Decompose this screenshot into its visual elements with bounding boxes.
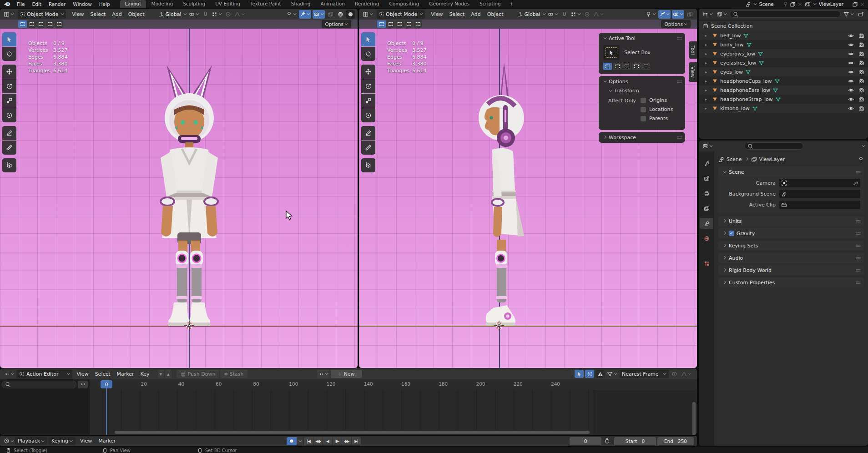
hide-viewport-eye-icon[interactable] <box>848 51 854 57</box>
parents-checkbox[interactable] <box>641 116 646 121</box>
timeline-ruler[interactable]: 20406080100120140160180200220240 <box>90 379 697 390</box>
new-view-layer-icon[interactable] <box>852 1 858 7</box>
pivot-point-dropdown[interactable] <box>188 10 200 19</box>
select-mode-intersect[interactable] <box>414 20 422 28</box>
hide-viewport-eye-icon[interactable] <box>848 87 854 93</box>
workspace-tab-compositing[interactable]: Compositing <box>384 0 424 8</box>
select-mode-extend[interactable] <box>386 20 395 28</box>
object-name[interactable]: eyebrows_low <box>720 51 755 57</box>
origins-checkbox[interactable] <box>641 98 646 103</box>
disable-render-camera-icon[interactable] <box>858 87 864 93</box>
expand-arrow-icon[interactable]: ▸ <box>705 79 710 83</box>
select-mode-extend[interactable] <box>27 20 36 28</box>
select-box-tool-button[interactable] <box>603 45 620 60</box>
new-action-button[interactable]: +New <box>331 370 362 378</box>
delete-scene-icon[interactable] <box>797 1 803 7</box>
rotate-tool-button[interactable] <box>2 79 16 93</box>
panel-grip[interactable]: :::: <box>856 256 860 260</box>
hide-viewport-eye-icon[interactable] <box>848 42 854 48</box>
snap-toggle[interactable] <box>201 10 210 19</box>
menu-view[interactable]: View <box>69 11 87 17</box>
disable-render-camera-icon[interactable] <box>858 96 864 102</box>
transform-orientation-dropdown[interactable]: Global <box>158 11 187 17</box>
horizontal-scrollbar[interactable] <box>115 431 590 434</box>
push-down-button[interactable]: Push Down <box>177 370 219 378</box>
hide-viewport-eye-icon[interactable] <box>848 60 854 66</box>
end-frame-field[interactable]: End250 <box>657 437 694 445</box>
cursor-tool-button[interactable] <box>2 47 16 61</box>
current-frame-badge[interactable]: 0 <box>101 380 112 388</box>
menu-view[interactable]: View <box>428 11 446 17</box>
panel-header[interactable]: Units:::: <box>718 216 864 226</box>
stash-button[interactable]: ❄Stash <box>220 370 247 378</box>
topbar-menu-render[interactable]: Render <box>45 1 69 7</box>
panel-grip[interactable]: :::: <box>856 170 860 174</box>
editor-type-button[interactable] <box>701 142 714 151</box>
properties-tab-view-layer[interactable] <box>700 203 713 214</box>
hide-viewport-eye-icon[interactable] <box>848 69 854 75</box>
viewport-canvas-side[interactable]: Objects0 / 9Vertices3,527Edges6,884Faces… <box>359 29 697 368</box>
annotate-tool-button[interactable] <box>2 126 16 140</box>
properties-tab-output[interactable] <box>700 188 713 199</box>
hide-viewport-eye-icon[interactable] <box>848 78 854 84</box>
viewport-options-button[interactable]: Options <box>322 20 351 28</box>
object-name[interactable]: headphoneCups_low <box>720 78 772 84</box>
panel-grip[interactable]: :::: <box>856 219 860 223</box>
panel-header[interactable]: ✓Gravity:::: <box>718 228 864 238</box>
delete-view-layer-icon[interactable] <box>859 1 865 7</box>
object-name[interactable]: eyelashes_low <box>720 60 756 66</box>
character-model-front[interactable] <box>144 60 235 328</box>
rotate-tool-button[interactable] <box>361 79 375 93</box>
gravity-checkbox[interactable]: ✓ <box>729 231 734 236</box>
mode-selector[interactable]: Object Mode <box>377 10 425 19</box>
options-panel-header[interactable]: Options:::: <box>599 76 685 87</box>
select-mode-subtract[interactable] <box>395 20 404 28</box>
scene-name[interactable]: Scene <box>758 1 781 7</box>
select-mode-invert[interactable] <box>632 63 641 70</box>
expand-arrow-icon[interactable]: ▸ <box>705 43 710 47</box>
camera-field[interactable] <box>779 179 860 187</box>
select-mode-extend[interactable] <box>613 63 621 70</box>
topbar-menu-help[interactable]: Help <box>96 1 114 7</box>
channel-search-input[interactable] <box>2 381 76 388</box>
select-mode-set[interactable] <box>18 20 27 28</box>
outliner-row[interactable]: ▸belt_low <box>699 31 868 40</box>
disable-render-camera-icon[interactable] <box>858 78 864 84</box>
hide-viewport-eye-icon[interactable] <box>848 106 854 111</box>
move-tool-button[interactable] <box>361 65 375 79</box>
outliner-row[interactable]: ▸body_low <box>699 40 868 49</box>
prev-frame-button[interactable]: ◀ <box>323 437 332 445</box>
character-model-side[interactable] <box>473 60 528 328</box>
outliner-row[interactable]: ▸eyelashes_low <box>699 58 868 67</box>
object-name[interactable]: belt_low <box>720 33 741 39</box>
view-layer-selector[interactable]: ViewLayer <box>805 1 865 7</box>
workspace-tab-shading[interactable]: Shading <box>286 0 316 8</box>
measure-tool-button[interactable] <box>361 141 375 155</box>
vertical-scrollbar[interactable] <box>692 402 696 435</box>
cursor-tool-button[interactable] <box>361 47 375 61</box>
shading-wireframe-button[interactable] <box>336 10 345 19</box>
hide-viewport-eye-icon[interactable] <box>848 96 854 102</box>
transform-orientation-dropdown[interactable]: Global <box>517 11 545 17</box>
properties-tab-scene[interactable] <box>700 218 713 229</box>
sidebar-tab-view[interactable]: View <box>689 62 697 82</box>
menu-key[interactable]: Key <box>137 371 153 377</box>
select-mode-subtract[interactable] <box>622 63 631 70</box>
object-name[interactable]: headphoneStrap_low <box>720 96 773 102</box>
panel-grip[interactable]: :::: <box>856 231 860 236</box>
editor-type-button[interactable] <box>362 11 374 17</box>
browse-action-dropdown[interactable] <box>317 370 329 378</box>
topbar-menu-edit[interactable]: Edit <box>29 1 45 7</box>
breadcrumb-view-layer[interactable]: ViewLayer <box>759 156 785 162</box>
expand-arrow-icon[interactable]: ▸ <box>705 61 710 65</box>
outliner-row[interactable]: ▸headphoneCups_low <box>699 76 868 86</box>
filter-dropdown[interactable] <box>843 10 855 19</box>
select-box-tool-button[interactable] <box>2 32 16 46</box>
overlays-dropdown[interactable] <box>313 10 325 19</box>
object-name[interactable]: eyes_low <box>720 69 743 75</box>
panel-grip[interactable]: :::: <box>677 36 681 40</box>
pin-icon[interactable] <box>782 1 788 7</box>
only-show-errors-toggle[interactable] <box>595 370 605 378</box>
proportional-falloff-dropdown[interactable] <box>680 370 692 378</box>
eyedropper-icon[interactable] <box>853 180 858 186</box>
